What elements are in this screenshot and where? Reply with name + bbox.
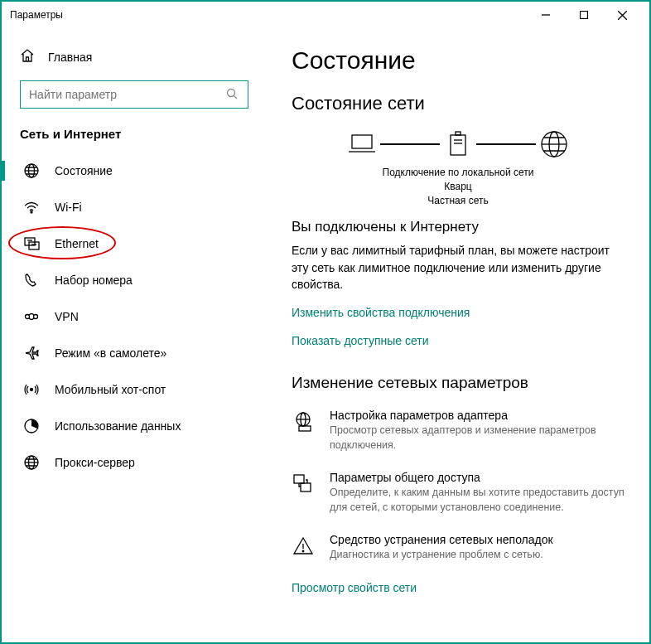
sidebar: Главная Сеть и Интернет Состояние <box>2 28 267 642</box>
window-body: Главная Сеть и Интернет Состояние <box>2 28 649 642</box>
nav-label: VPN <box>55 310 79 323</box>
nav-item-wifi[interactable]: Wi-Fi <box>2 189 267 225</box>
network-type: Частная сеть <box>383 194 534 208</box>
home-icon <box>20 48 35 65</box>
internet-globe-icon <box>536 129 572 159</box>
svg-point-15 <box>34 315 38 319</box>
option-troubleshoot[interactable]: Средство устранения сетевых неполадок Ди… <box>292 533 624 563</box>
nav-item-ethernet[interactable]: Ethernet <box>2 225 267 262</box>
svg-rect-23 <box>456 132 461 135</box>
nav-item-hotspot[interactable]: Мобильный хот-спот <box>2 371 267 408</box>
diagram-line <box>476 143 536 145</box>
nav-label: Мобильный хот-спот <box>55 383 166 396</box>
network-diagram: Подключение по локальной сети Кварц Част… <box>292 129 624 207</box>
nav-label: Прокси-сервер <box>55 456 135 469</box>
sharing-icon <box>292 472 315 496</box>
option-sharing-settings[interactable]: Параметры общего доступа Определите, к к… <box>292 471 624 515</box>
nav-item-status[interactable]: Состояние <box>2 153 267 189</box>
section-header: Сеть и Интернет <box>2 127 267 153</box>
proxy-icon <box>23 454 40 471</box>
diagram-line <box>380 143 440 145</box>
option-adapter-settings[interactable]: Настройка параметров адаптера Просмотр с… <box>292 409 624 453</box>
network-name: Кварц <box>383 180 534 194</box>
window-controls <box>527 2 641 28</box>
close-button[interactable] <box>603 2 641 28</box>
vpn-icon <box>23 308 40 325</box>
svg-rect-34 <box>301 483 311 491</box>
svg-rect-1 <box>581 12 588 19</box>
connected-description: Если у вас лимитный тарифный план, вы мо… <box>292 242 624 293</box>
nav-label: Использование данных <box>55 419 181 433</box>
nav-item-datausage[interactable]: Использование данных <box>2 408 267 444</box>
content-area: Состояние Состояние сети <box>267 28 649 642</box>
window-title: Параметры <box>10 9 527 21</box>
svg-point-4 <box>228 90 235 97</box>
minimize-icon <box>542 11 550 19</box>
nav-label: Состояние <box>55 164 113 177</box>
laptop-icon <box>344 129 380 159</box>
close-icon <box>618 11 627 20</box>
diagram-caption: Подключение по локальной сети Кварц Част… <box>383 166 534 207</box>
nav-label: Набор номера <box>55 274 133 287</box>
svg-rect-33 <box>294 475 304 483</box>
phone-icon <box>23 272 40 288</box>
show-available-networks-link[interactable]: Показать доступные сети <box>292 334 429 347</box>
data-usage-icon <box>23 418 40 434</box>
troubleshoot-icon <box>292 535 315 558</box>
nav-label: Режим «в самолете» <box>55 346 166 360</box>
nav-list: Состояние Wi-Fi Ethernet <box>2 153 267 481</box>
option-desc: Определите, к каким данным вы хотите пре… <box>330 486 624 515</box>
globe-icon <box>23 162 40 179</box>
svg-point-9 <box>31 211 32 213</box>
adapter-icon <box>292 410 315 433</box>
nav-item-vpn[interactable]: VPN <box>2 298 267 335</box>
wifi-icon <box>23 199 40 215</box>
svg-rect-32 <box>299 426 311 431</box>
svg-point-16 <box>31 389 33 391</box>
connection-name: Подключение по локальной сети <box>383 166 534 180</box>
home-link[interactable]: Главная <box>2 43 267 80</box>
search-input[interactable] <box>29 88 226 101</box>
network-status-heading: Состояние сети <box>292 93 624 114</box>
nav-label: Ethernet <box>55 237 99 250</box>
home-label: Главная <box>48 51 92 64</box>
nav-item-proxy[interactable]: Прокси-сервер <box>2 444 267 481</box>
search-box[interactable] <box>20 80 248 109</box>
svg-rect-21 <box>352 135 372 148</box>
minimize-button[interactable] <box>527 2 565 28</box>
view-network-properties-link[interactable]: Просмотр свойств сети <box>292 581 417 594</box>
nav-item-dialup[interactable]: Набор номера <box>2 262 267 298</box>
option-desc: Просмотр сетевых адаптеров и изменение п… <box>330 424 624 453</box>
airplane-icon <box>23 345 40 361</box>
option-title: Средство устранения сетевых неполадок <box>330 533 553 546</box>
svg-rect-22 <box>451 135 465 155</box>
nav-label: Wi-Fi <box>55 201 82 214</box>
settings-window: Параметры Главная <box>0 0 651 644</box>
svg-point-14 <box>26 315 30 319</box>
nav-item-airplane[interactable]: Режим «в самолете» <box>2 335 267 371</box>
router-icon <box>440 129 476 159</box>
maximize-icon <box>580 11 588 19</box>
option-desc: Диагностика и устранение проблем с сетью… <box>330 548 553 563</box>
maximize-button[interactable] <box>565 2 603 28</box>
option-title: Настройка параметров адаптера <box>330 409 624 422</box>
ethernet-icon <box>23 235 40 252</box>
svg-line-5 <box>234 96 238 99</box>
option-title: Параметры общего доступа <box>330 471 624 484</box>
titlebar: Параметры <box>2 2 649 28</box>
svg-point-36 <box>302 550 304 552</box>
page-title: Состояние <box>292 46 624 75</box>
search-icon <box>226 88 239 101</box>
hotspot-icon <box>23 381 40 398</box>
change-settings-title: Изменение сетевых параметров <box>292 374 624 392</box>
connected-heading: Вы подключены к Интернету <box>292 219 624 235</box>
change-connection-properties-link[interactable]: Изменить свойства подключения <box>292 306 470 319</box>
